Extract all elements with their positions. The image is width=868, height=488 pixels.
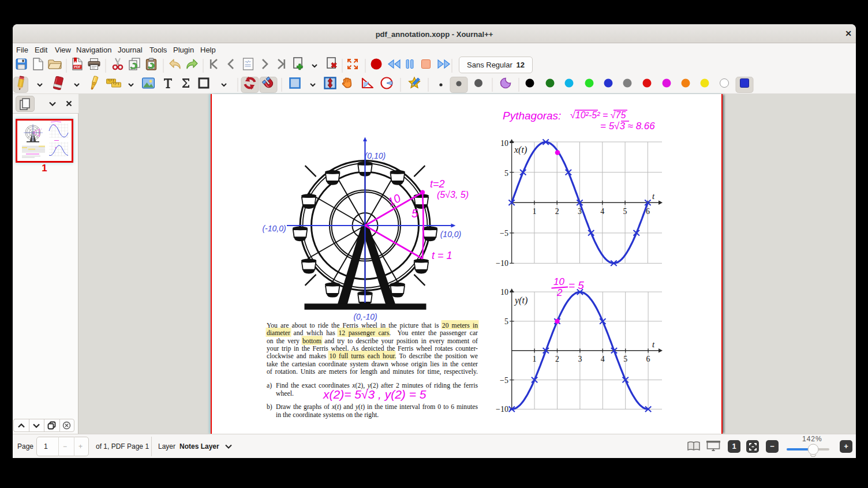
svg-text:(-10,0): (-10,0) [262, 224, 286, 233]
svg-text:10: 10 [500, 288, 508, 296]
svg-text:t: t [41, 127, 42, 130]
svg-text:t=2: t=2 [430, 178, 445, 190]
svg-text:x(t): x(t) [514, 145, 527, 155]
svg-text:= 5: = 5 [568, 279, 584, 291]
svg-text:y(t): y(t) [514, 295, 527, 306]
svg-text:5: 5 [623, 207, 627, 216]
svg-text:= 5√3 ≈ 8.66: = 5√3 ≈ 8.66 [600, 121, 655, 132]
svg-text:(10,0): (10,0) [440, 230, 462, 239]
svg-text:4: 4 [601, 355, 605, 363]
svg-text:5: 5 [411, 207, 418, 220]
svg-text:3: 3 [578, 355, 582, 363]
svg-text:−5: −5 [500, 376, 508, 385]
svg-text:2: 2 [555, 355, 559, 363]
svg-text:t: t [652, 340, 655, 349]
svg-text:t: t [652, 192, 655, 201]
svg-text:(0,-10): (0,-10) [353, 312, 377, 321]
svg-text:4: 4 [600, 207, 604, 216]
svg-text:10: 10 [500, 139, 508, 148]
svg-text:−5: −5 [500, 229, 508, 238]
svg-text:(5√3, 5): (5√3, 5) [437, 190, 469, 200]
svg-text:1: 1 [533, 355, 537, 363]
svg-text:5: 5 [504, 169, 508, 178]
svg-text:PDF: PDF [74, 65, 81, 69]
svg-text:5: 5 [623, 355, 627, 363]
svg-text:t = 1: t = 1 [432, 250, 452, 261]
svg-text:−10: −10 [496, 405, 508, 414]
svg-text:(0,10): (0,10) [365, 151, 386, 160]
svg-text:√10²-5² = √75: √10²-5² = √75 [570, 110, 626, 120]
svg-text:2: 2 [556, 287, 563, 298]
svg-text:5: 5 [504, 317, 508, 326]
svg-text:Pythagoras:: Pythagoras: [503, 110, 561, 122]
svg-text:2: 2 [555, 207, 559, 216]
svg-text:10: 10 [553, 276, 564, 287]
svg-text:1: 1 [532, 207, 536, 216]
svg-text:−10: −10 [496, 259, 508, 268]
svg-text:6: 6 [646, 355, 650, 363]
